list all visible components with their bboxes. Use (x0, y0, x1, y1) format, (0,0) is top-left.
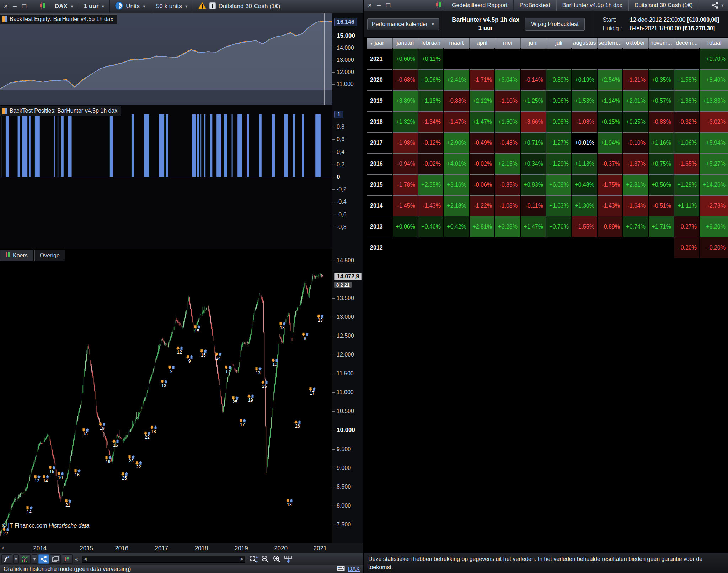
units-selector[interactable]: Units▼ (110, 0, 151, 13)
calendar-cell[interactable] (469, 48, 495, 69)
trade-marker[interactable]: 9 (167, 365, 175, 374)
trade-marker[interactable]: 16 (112, 439, 119, 448)
calendar-cell[interactable]: -0,20% (674, 237, 700, 258)
maximize-icon[interactable]: ❐ (22, 3, 26, 10)
calendar-cell[interactable] (392, 237, 418, 258)
report-tab-1[interactable]: Gedetailleerd Rapport (446, 0, 514, 11)
fit-width-button[interactable] (283, 554, 294, 564)
calendar-cell[interactable]: +0,19% (572, 69, 597, 90)
calendar-cell[interactable]: +1,32% (392, 111, 418, 132)
calendar-cell[interactable] (546, 237, 572, 258)
trade-marker[interactable]: 17 (239, 419, 246, 427)
chart-type-dropdown[interactable]: ▼ (32, 554, 37, 564)
trade-marker[interactable]: 18 (285, 499, 293, 507)
calendar-cell[interactable]: -0,83% (648, 111, 674, 132)
trade-marker[interactable]: 15 (48, 466, 56, 474)
calendar-cell[interactable]: +1,71% (648, 216, 674, 237)
trade-marker[interactable]: 13 (316, 314, 324, 322)
column-header[interactable]: novem... (648, 38, 674, 48)
trade-marker[interactable]: 13 (254, 367, 262, 375)
calendar-cell[interactable]: +1,38% (674, 90, 700, 111)
calendar-cell[interactable]: +1,60% (495, 111, 520, 132)
calendar-cell[interactable]: -0,37% (597, 153, 623, 174)
calendar-cell[interactable]: +3,16% (444, 174, 469, 195)
calendar-cell[interactable] (495, 237, 520, 258)
calendar-total-cell[interactable]: -3,02% (700, 111, 728, 132)
calendar-cell[interactable]: -1,10% (495, 90, 520, 111)
price-axis[interactable]: 14.072,9 8-2-21 14.50013.50013.00012.500… (332, 249, 363, 543)
trade-marker[interactable]: 13 (160, 380, 168, 388)
trade-marker[interactable]: 18 (150, 425, 157, 434)
scrollbar-left-arrow[interactable]: ◀ (82, 557, 88, 561)
calendar-cell[interactable]: +0,48% (572, 174, 597, 195)
calendar-cell[interactable]: +2,35% (418, 174, 444, 195)
calendar-cell[interactable]: -1,37% (623, 153, 648, 174)
calendar-total-cell[interactable]: +9,20% (700, 216, 728, 237)
calendar-cell[interactable]: -0,14% (520, 69, 546, 90)
calendar-cell[interactable]: +0,98% (546, 111, 572, 132)
calendar-cell[interactable]: -1,64% (623, 195, 648, 216)
report-tab-4[interactable]: Duitsland 30 Cash (1€) (628, 0, 699, 11)
positions-axis[interactable]: 1 0,80,60,40,20-0,2-0,4-0,6-0,8 (332, 105, 363, 249)
calendar-total-cell[interactable]: +5,27% (700, 153, 728, 174)
calendar-cell[interactable]: +2,41% (444, 69, 469, 90)
report-tab-2[interactable]: ProBacktest (514, 0, 556, 11)
calendar-cell[interactable]: +0,46% (418, 216, 444, 237)
calendar-cell[interactable]: +2,90% (444, 132, 469, 153)
trade-marker[interactable]: 14 (25, 506, 33, 514)
calendar-cell[interactable]: +1,13% (572, 153, 597, 174)
positions-pane-label[interactable]: BackTest Posities: BarHunter v4.5p 1h da… (0, 106, 121, 116)
calendar-cell[interactable] (572, 237, 597, 258)
trade-marker[interactable]: 15 (193, 325, 201, 333)
calendar-cell[interactable]: +0,70% (546, 216, 572, 237)
calendar-cell[interactable]: +0,11% (418, 48, 444, 69)
zoom-reset-button[interactable] (248, 554, 258, 564)
sort-desc-icon[interactable]: ▼ (370, 42, 373, 45)
trade-marker[interactable]: 24 (214, 352, 222, 360)
equity-curve-chart[interactable] (0, 13, 332, 105)
calendar-total-cell[interactable]: -2,73% (700, 195, 728, 216)
minimize-icon[interactable]: ─ (377, 2, 381, 9)
column-header[interactable]: septem... (597, 38, 623, 48)
calendar-cell[interactable] (623, 237, 648, 258)
keyboard-icon[interactable] (337, 565, 345, 573)
column-header[interactable]: februari (418, 38, 444, 48)
calendar-cell[interactable]: -3,66% (520, 111, 546, 132)
quantity-selector[interactable]: 50 k units▼ (151, 0, 193, 13)
calendar-cell[interactable]: +0,35% (648, 69, 674, 90)
calendar-cell[interactable]: -1,08% (495, 195, 520, 216)
calendar-cell[interactable]: +0,83% (520, 174, 546, 195)
edit-backtest-button[interactable]: Wijzig ProBacktest (525, 18, 584, 31)
calendar-cell[interactable]: +1,47% (469, 111, 495, 132)
calendar-cell[interactable]: +0,15% (597, 111, 623, 132)
calendar-cell[interactable]: +0,74% (623, 216, 648, 237)
trade-marker[interactable]: 19 (104, 456, 112, 464)
column-header[interactable]: augustus (572, 38, 597, 48)
trade-marker[interactable]: 18 (81, 428, 89, 436)
calendar-cell[interactable]: -0,94% (392, 153, 418, 174)
trade-marker[interactable]: 25 (121, 472, 128, 480)
calendar-cell[interactable] (674, 48, 700, 69)
calendar-cell[interactable]: -0,12% (418, 132, 444, 153)
calendar-cell[interactable]: +1,25% (520, 90, 546, 111)
calendar-cell[interactable]: +0,56% (648, 174, 674, 195)
calendar-cell[interactable]: +0,96% (418, 69, 444, 90)
calendar-cell[interactable]: +1,28% (674, 174, 700, 195)
trade-marker[interactable]: 10 (271, 358, 279, 366)
report-tab-3[interactable]: BarHunter v4.5p 1h dax (556, 0, 628, 11)
calendar-cell[interactable]: +2,12% (469, 90, 495, 111)
calendar-cell[interactable]: -1,75% (597, 174, 623, 195)
calendar-cell[interactable] (648, 237, 674, 258)
symbol-selector[interactable]: DAX▼ (50, 0, 79, 13)
trade-marker[interactable]: 25 (231, 396, 239, 404)
calendar-cell[interactable]: +1,47% (520, 216, 546, 237)
calendar-cell[interactable]: +0,71% (520, 132, 546, 153)
calendar-cell[interactable]: +1,11% (674, 195, 700, 216)
calendar-cell[interactable]: +1,06% (674, 132, 700, 153)
calendar-cell[interactable] (520, 237, 546, 258)
calendar-cell[interactable]: -1,71% (469, 69, 495, 90)
zoom-out-button[interactable] (259, 554, 270, 564)
trade-marker[interactable]: 17 (308, 387, 316, 395)
calendar-cell[interactable]: -0,02% (469, 153, 495, 174)
calendar-cell[interactable]: +1,15% (418, 90, 444, 111)
